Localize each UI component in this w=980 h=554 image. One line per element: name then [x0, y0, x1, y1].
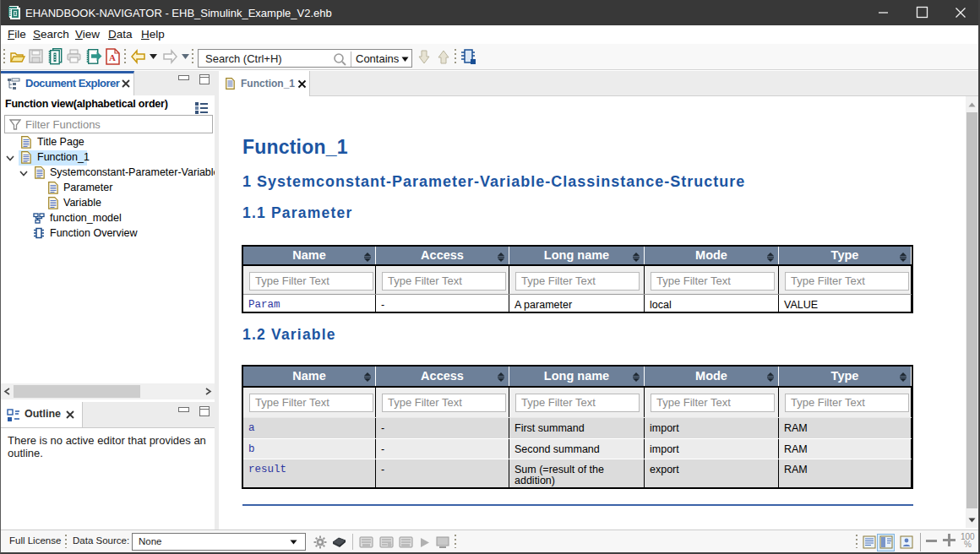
svg-text:A: A: [109, 52, 116, 62]
